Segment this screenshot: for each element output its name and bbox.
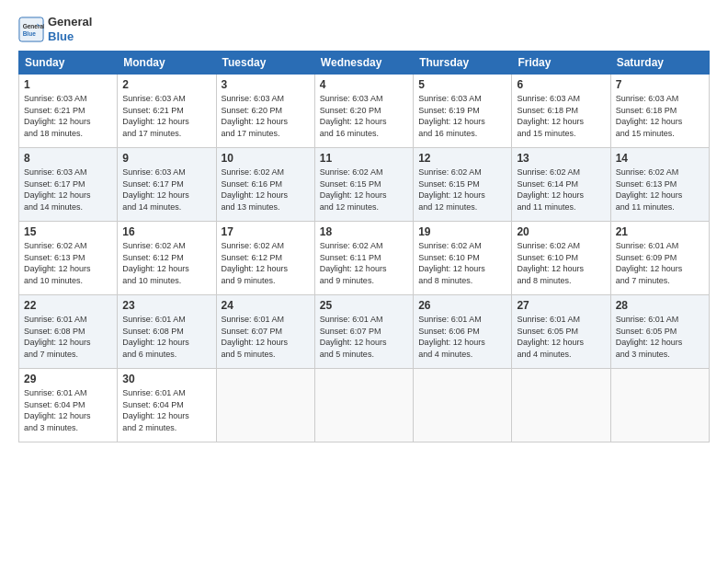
- day-info: Sunrise: 6:01 AMSunset: 6:04 PMDaylight:…: [122, 387, 210, 433]
- day-number: 14: [616, 152, 704, 165]
- logo-blue: Blue: [48, 29, 92, 44]
- day-info: Sunrise: 6:01 AMSunset: 6:04 PMDaylight:…: [24, 387, 112, 433]
- day-info: Sunrise: 6:03 AMSunset: 6:20 PMDaylight:…: [320, 93, 408, 139]
- week-row-1: 1Sunrise: 6:03 AMSunset: 6:21 PMDaylight…: [19, 75, 710, 148]
- day-number: 1: [24, 78, 112, 91]
- calendar-cell: 11Sunrise: 6:02 AMSunset: 6:15 PMDayligh…: [314, 148, 413, 222]
- calendar-cell: 2Sunrise: 6:03 AMSunset: 6:21 PMDaylight…: [118, 75, 216, 148]
- week-row-4: 22Sunrise: 6:01 AMSunset: 6:08 PMDayligh…: [19, 295, 710, 369]
- day-number: 16: [122, 225, 210, 238]
- day-number: 2: [122, 78, 210, 91]
- header-sunday: Sunday: [19, 52, 118, 75]
- calendar-cell: 25Sunrise: 6:01 AMSunset: 6:07 PMDayligh…: [314, 295, 413, 369]
- logo-icon: General Blue: [18, 17, 44, 42]
- day-info: Sunrise: 6:02 AMSunset: 6:12 PMDaylight:…: [122, 240, 210, 286]
- day-info: Sunrise: 6:01 AMSunset: 6:06 PMDaylight:…: [418, 314, 506, 360]
- calendar-cell: 14Sunrise: 6:02 AMSunset: 6:13 PMDayligh…: [610, 148, 709, 222]
- header-wednesday: Wednesday: [314, 52, 413, 75]
- calendar-cell: [512, 369, 610, 442]
- calendar-cell: 15Sunrise: 6:02 AMSunset: 6:13 PMDayligh…: [19, 222, 118, 295]
- day-info: Sunrise: 6:01 AMSunset: 6:08 PMDaylight:…: [24, 314, 112, 360]
- week-row-2: 8Sunrise: 6:03 AMSunset: 6:17 PMDaylight…: [19, 148, 710, 222]
- calendar-cell: [414, 369, 512, 442]
- logo-general: General: [48, 15, 92, 29]
- day-info: Sunrise: 6:02 AMSunset: 6:11 PMDaylight:…: [320, 240, 408, 286]
- calendar-cell: 6Sunrise: 6:03 AMSunset: 6:18 PMDaylight…: [512, 75, 610, 148]
- day-number: 4: [320, 78, 408, 91]
- day-number: 8: [24, 152, 112, 165]
- header-monday: Monday: [118, 52, 216, 75]
- header-tuesday: Tuesday: [216, 52, 314, 75]
- calendar-cell: 20Sunrise: 6:02 AMSunset: 6:10 PMDayligh…: [512, 222, 610, 295]
- calendar-cell: [314, 369, 413, 442]
- logo: General Blue General Blue: [18, 15, 92, 43]
- day-info: Sunrise: 6:03 AMSunset: 6:19 PMDaylight:…: [418, 93, 506, 139]
- calendar-cell: 19Sunrise: 6:02 AMSunset: 6:10 PMDayligh…: [414, 222, 512, 295]
- calendar: SundayMondayTuesdayWednesdayThursdayFrid…: [18, 51, 710, 442]
- calendar-cell: 23Sunrise: 6:01 AMSunset: 6:08 PMDayligh…: [118, 295, 216, 369]
- calendar-header-row: SundayMondayTuesdayWednesdayThursdayFrid…: [19, 52, 710, 75]
- header-friday: Friday: [512, 52, 610, 75]
- calendar-cell: 9Sunrise: 6:03 AMSunset: 6:17 PMDaylight…: [118, 148, 216, 222]
- day-info: Sunrise: 6:02 AMSunset: 6:10 PMDaylight:…: [418, 240, 506, 286]
- calendar-cell: 3Sunrise: 6:03 AMSunset: 6:20 PMDaylight…: [216, 75, 314, 148]
- day-info: Sunrise: 6:03 AMSunset: 6:17 PMDaylight:…: [24, 167, 112, 213]
- calendar-cell: 12Sunrise: 6:02 AMSunset: 6:15 PMDayligh…: [414, 148, 512, 222]
- day-number: 20: [517, 225, 605, 238]
- calendar-cell: 4Sunrise: 6:03 AMSunset: 6:20 PMDaylight…: [314, 75, 413, 148]
- day-number: 21: [616, 225, 704, 238]
- day-number: 11: [320, 152, 408, 165]
- calendar-cell: 8Sunrise: 6:03 AMSunset: 6:17 PMDaylight…: [19, 148, 118, 222]
- calendar-cell: 18Sunrise: 6:02 AMSunset: 6:11 PMDayligh…: [314, 222, 413, 295]
- day-number: 23: [122, 299, 210, 312]
- calendar-cell: 16Sunrise: 6:02 AMSunset: 6:12 PMDayligh…: [118, 222, 216, 295]
- calendar-cell: 10Sunrise: 6:02 AMSunset: 6:16 PMDayligh…: [216, 148, 314, 222]
- day-info: Sunrise: 6:02 AMSunset: 6:10 PMDaylight:…: [517, 240, 605, 286]
- week-row-3: 15Sunrise: 6:02 AMSunset: 6:13 PMDayligh…: [19, 222, 710, 295]
- week-row-5: 29Sunrise: 6:01 AMSunset: 6:04 PMDayligh…: [19, 369, 710, 442]
- calendar-cell: 26Sunrise: 6:01 AMSunset: 6:06 PMDayligh…: [414, 295, 512, 369]
- day-info: Sunrise: 6:01 AMSunset: 6:07 PMDaylight:…: [320, 314, 408, 360]
- calendar-cell: 5Sunrise: 6:03 AMSunset: 6:19 PMDaylight…: [414, 75, 512, 148]
- calendar-cell: 22Sunrise: 6:01 AMSunset: 6:08 PMDayligh…: [19, 295, 118, 369]
- day-info: Sunrise: 6:03 AMSunset: 6:21 PMDaylight:…: [122, 93, 210, 139]
- header-thursday: Thursday: [414, 52, 512, 75]
- day-info: Sunrise: 6:02 AMSunset: 6:13 PMDaylight:…: [616, 167, 704, 213]
- svg-text:Blue: Blue: [23, 30, 36, 37]
- day-number: 3: [222, 78, 310, 91]
- calendar-cell: 7Sunrise: 6:03 AMSunset: 6:18 PMDaylight…: [610, 75, 709, 148]
- calendar-cell: 28Sunrise: 6:01 AMSunset: 6:05 PMDayligh…: [610, 295, 709, 369]
- day-info: Sunrise: 6:02 AMSunset: 6:14 PMDaylight:…: [517, 167, 605, 213]
- day-number: 5: [418, 78, 506, 91]
- day-number: 29: [24, 373, 112, 385]
- day-number: 25: [320, 299, 408, 312]
- day-number: 24: [222, 299, 310, 312]
- calendar-cell: [216, 369, 314, 442]
- day-number: 17: [222, 225, 310, 238]
- calendar-cell: 30Sunrise: 6:01 AMSunset: 6:04 PMDayligh…: [118, 369, 216, 442]
- day-number: 13: [517, 152, 605, 165]
- calendar-cell: 17Sunrise: 6:02 AMSunset: 6:12 PMDayligh…: [216, 222, 314, 295]
- calendar-cell: 24Sunrise: 6:01 AMSunset: 6:07 PMDayligh…: [216, 295, 314, 369]
- day-number: 9: [122, 152, 210, 165]
- day-number: 18: [320, 225, 408, 238]
- day-number: 30: [122, 373, 210, 385]
- calendar-cell: 21Sunrise: 6:01 AMSunset: 6:09 PMDayligh…: [610, 222, 709, 295]
- day-info: Sunrise: 6:02 AMSunset: 6:16 PMDaylight:…: [222, 167, 310, 213]
- svg-text:General: General: [23, 23, 44, 29]
- day-info: Sunrise: 6:01 AMSunset: 6:05 PMDaylight:…: [616, 314, 704, 360]
- day-info: Sunrise: 6:03 AMSunset: 6:17 PMDaylight:…: [122, 167, 210, 213]
- calendar-cell: 1Sunrise: 6:03 AMSunset: 6:21 PMDaylight…: [19, 75, 118, 148]
- day-number: 10: [222, 152, 310, 165]
- calendar-cell: 27Sunrise: 6:01 AMSunset: 6:05 PMDayligh…: [512, 295, 610, 369]
- calendar-cell: [610, 369, 709, 442]
- day-info: Sunrise: 6:03 AMSunset: 6:20 PMDaylight:…: [222, 93, 310, 139]
- day-info: Sunrise: 6:02 AMSunset: 6:13 PMDaylight:…: [24, 240, 112, 286]
- day-number: 7: [616, 78, 704, 91]
- day-info: Sunrise: 6:02 AMSunset: 6:15 PMDaylight:…: [320, 167, 408, 213]
- day-number: 22: [24, 299, 112, 312]
- day-number: 15: [24, 225, 112, 238]
- day-number: 26: [418, 299, 506, 312]
- calendar-cell: 29Sunrise: 6:01 AMSunset: 6:04 PMDayligh…: [19, 369, 118, 442]
- day-number: 28: [616, 299, 704, 312]
